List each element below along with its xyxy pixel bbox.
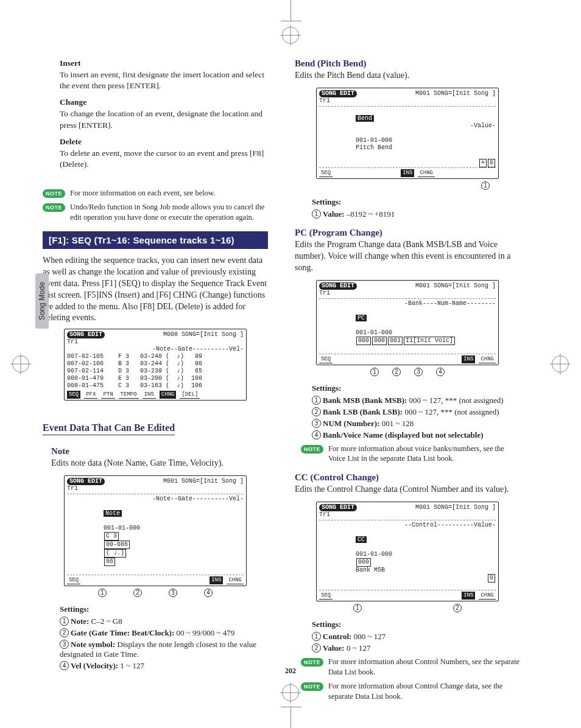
note-subbody: Edits note data (Note Name, Gate Time, V… xyxy=(51,458,268,469)
note-badge-icon: NOTE xyxy=(43,189,65,198)
lcd-function-tabs: SEQ PFX PTN TEMPO INS CHNG [DEL] xyxy=(67,391,244,399)
bend-heading: Bend (Pitch Bend) xyxy=(295,58,520,69)
bend-body: Edits the Pitch Bend data (value). xyxy=(295,70,520,82)
lcd-tab: CHNG xyxy=(479,592,496,600)
seq-body: When editing the sequence tracks, you ca… xyxy=(43,255,268,324)
change-heading: Change xyxy=(60,97,268,107)
lcd-location: 001-01-000 xyxy=(356,137,392,144)
callout-circle: 1 xyxy=(353,604,362,612)
lcd-tab: INS xyxy=(462,355,475,363)
note-badge-icon: NOTE xyxy=(301,682,323,691)
lcd-value-row: Note 001-01-000 C 3 00-086 ( ♩.) 86 xyxy=(67,503,244,573)
lcd-tab: [DEL] xyxy=(180,391,200,399)
callout-circle: 1 xyxy=(370,368,379,376)
registration-mark-right xyxy=(552,355,569,373)
callout-row: 1 2 xyxy=(295,604,520,612)
lcd-field-label: CC xyxy=(356,536,367,543)
lcd-function-tabs: SEQ INS CHNG xyxy=(319,169,435,177)
callout-row: 1 2 3 4 xyxy=(43,589,268,597)
lcd-bend-edit: SONG EDIT M001 SONG=[Init Song ] Tr1 Ben… xyxy=(316,88,499,179)
lcd-title-tab: SONG EDIT xyxy=(67,478,105,485)
setting-line: 2Gate (Gate Time: Beat/Clock): 00 ~ 99/0… xyxy=(60,628,268,638)
lcd-note-edit: SONG EDIT M001 SONG=[Init Song ] Tr1 -No… xyxy=(64,475,247,586)
settings-label: Settings: xyxy=(312,383,520,393)
lcd-title-right: M001 SONG=[Init Song ] xyxy=(415,504,496,511)
lcd-title-right: M001 SONG=[Init Song ] xyxy=(163,478,244,485)
pc-heading: PC (Program Change) xyxy=(295,228,520,238)
lcd-function-tabs: SEQ INS CHNG xyxy=(319,355,496,363)
lcd-value-row: PC 001-01-000 000000001I1[Init Voic] xyxy=(319,307,496,352)
lcd-ctrl-num: 000 xyxy=(356,558,371,567)
lcd-tab: PFX xyxy=(84,391,97,399)
note-badge-icon: NOTE xyxy=(301,658,323,667)
lcd-tab: CHNG xyxy=(418,169,435,177)
lcd-title-tab: SONG EDIT xyxy=(319,90,357,97)
note-subheading: Note xyxy=(51,446,268,457)
lcd-value-row: Bend -Value- 001-01-000 Pitch Bend +0 xyxy=(319,108,496,166)
lcd-location: 001-01-000 xyxy=(104,525,140,531)
callout-row: 1 xyxy=(295,181,520,190)
editable-event-heading: Event Data That Can Be Edited xyxy=(43,422,175,435)
lcd-gate-value: 00-086 xyxy=(104,541,130,549)
note-text-1: For more information on each event, see … xyxy=(70,188,215,198)
page-number: 202 xyxy=(0,667,581,676)
lcd-tab: TEMPO xyxy=(119,391,139,399)
cc-heading: CC (Control Change) xyxy=(295,472,520,483)
setting-line: 1Bank MSB (Bank MSB): 000 ~ 127, *** (no… xyxy=(312,396,520,405)
lcd-title-tab: SONG EDIT xyxy=(67,331,105,338)
registration-mark-left xyxy=(12,355,29,373)
lcd-num: 001 xyxy=(388,337,403,345)
callout-circle: 4 xyxy=(436,368,445,376)
setting-line: 1Control: 000 ~ 127 xyxy=(312,632,520,642)
note-row: NOTE For more information on each event,… xyxy=(43,188,268,198)
lcd-ctrl-name: Bank MSB xyxy=(356,567,385,573)
callout-circle: 2 xyxy=(133,589,142,597)
callout-circle: 3 xyxy=(169,589,177,597)
lcd-vel-value: 86 xyxy=(104,558,115,566)
left-column: Insert To insert an event, first designa… xyxy=(43,58,268,705)
lcd-tab: SEQ xyxy=(319,355,333,363)
sidebar-mode-tab: Song Mode xyxy=(35,273,49,329)
lcd-tab: INS xyxy=(210,576,223,584)
setting-line: 4Bank/Voice Name (displayed but not sele… xyxy=(312,430,520,440)
lcd-event-row: 007-02-114 D 3 03-239 ( ♪) 65 xyxy=(67,368,244,375)
lcd-column-header: --Control----------Value- xyxy=(319,522,496,529)
lcd-symbol-value: ( ♩.) xyxy=(104,549,126,558)
note-badge-icon: NOTE xyxy=(43,203,65,212)
lcd-bank-msb: 000 xyxy=(356,337,371,345)
callout-circle: 4 xyxy=(204,589,213,597)
lcd-tab: CHNG xyxy=(479,355,496,363)
callout-circle: 2 xyxy=(453,604,462,612)
lcd-track: Tr1 xyxy=(319,97,496,105)
note-row: NOTE For more information about voice ba… xyxy=(301,444,520,464)
callout-circle: 1 xyxy=(98,589,107,597)
lcd-event-row: 007-02-106 B 3 03-244 ( ♪) 90 xyxy=(67,360,244,368)
lcd-tab: PTN xyxy=(101,391,114,399)
insert-heading: Insert xyxy=(60,58,268,68)
lcd-track: Tr1 xyxy=(319,511,496,519)
setting-line: 1Value: –8192 ~ +8191 xyxy=(312,209,520,219)
settings-label: Settings: xyxy=(312,620,520,629)
lcd-tab: CHNG xyxy=(160,391,177,399)
lcd-bank-lsb: 000 xyxy=(372,337,387,345)
settings-label: Settings: xyxy=(60,604,268,614)
delete-heading: Delete xyxy=(60,137,268,147)
lcd-tab: CHNG xyxy=(227,576,244,584)
lcd-location: 001-01-000 xyxy=(356,551,392,558)
pc-note: For more information about voice banks/n… xyxy=(328,444,520,464)
right-column: Bend (Pitch Bend) Edits the Pitch Bend d… xyxy=(295,58,520,705)
lcd-voice-name: I1[Init Voic] xyxy=(404,337,455,345)
callout-circle: 2 xyxy=(392,368,401,376)
setting-line: 1Note: C–2 ~ G8 xyxy=(60,617,268,626)
lcd-tab: SEQ xyxy=(319,169,333,177)
lcd-tab: INS xyxy=(401,169,414,177)
lcd-title-right: M001 SONG=[Init Song ] xyxy=(415,282,496,290)
lcd-location: 001-01-000 xyxy=(356,329,392,336)
lcd-column-header: -Bank----Num-Name-------- xyxy=(319,300,496,307)
lcd-event-row: 008-01-475 C 3 03-163 ( ♪) 106 xyxy=(67,382,244,390)
note-text-2: Undo/Redo function in Song Job mode allo… xyxy=(70,202,268,223)
two-column-layout: Insert To insert an event, first designa… xyxy=(43,58,538,705)
lcd-event-row: 008-01-470 E 3 03-200 ( ♪) 108 xyxy=(67,375,244,382)
lcd-title-tab: SONG EDIT xyxy=(319,504,357,511)
lcd-column-header: -Note--Gate----------Vel- xyxy=(67,346,244,353)
